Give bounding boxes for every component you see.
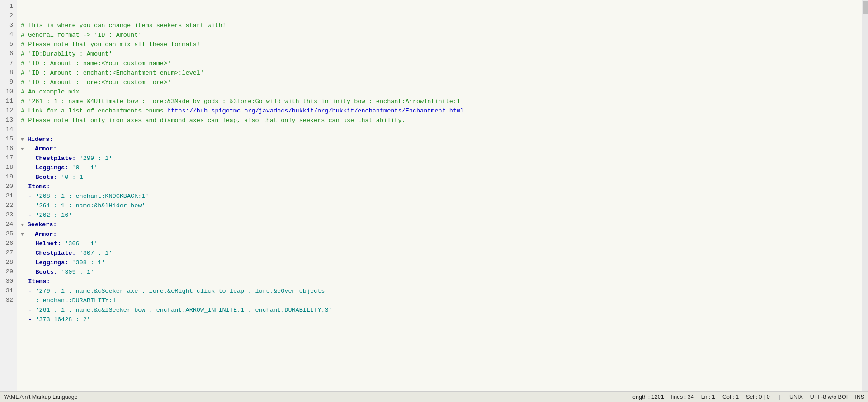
code-line-12 (21, 125, 858, 135)
code-area[interactable]: 1234567891011121314151617181920212223242… (0, 0, 868, 391)
sep1: | (779, 394, 780, 400)
line-number-21: 21 (3, 192, 13, 201)
line-number-26: 26 (3, 239, 13, 248)
code-segment: '279 : 1 : name:&cSeeker axe : lore:&eRi… (35, 288, 325, 294)
line-number-23: 23 (3, 210, 13, 220)
code-line-6: # 'ID : Amount : enchant:<Enchantment en… (21, 68, 858, 78)
code-line-9: # '261 : 1 : name:&4Ultimate bow : lore:… (21, 97, 858, 106)
line-number-22: 22 (3, 201, 13, 210)
code-segment: '309 : 1' (61, 269, 94, 276)
code-line-22: ▼ Seekers: (21, 220, 858, 229)
code-segment: Chestplate: (21, 250, 80, 257)
code-line-19: - '268 : 1 : enchant:KNOCKBACK:1' (21, 192, 858, 201)
code-segment: # 'ID : Amount : name:<Your custom name>… (21, 60, 171, 67)
code-line-17: Boots: '0 : 1' (21, 173, 858, 182)
code-segment: # 'ID : Amount : lore:<Your custom lore>… (21, 79, 171, 86)
code-line-4: # 'ID:Durablity : Amount' (21, 49, 858, 59)
line-numbers: 1234567891011121314151617181920212223242… (0, 0, 17, 391)
eol-display: UNIX (789, 394, 803, 400)
line-number-13: 13 (3, 116, 13, 125)
code-segment: - (21, 316, 35, 323)
line-number-12: 12 (3, 106, 13, 116)
line-number-18: 18 (3, 163, 13, 173)
code-segment: - (21, 193, 35, 200)
fold-icon[interactable]: ▼ (21, 137, 24, 142)
code-line-8: # An example mix (21, 87, 858, 97)
code-line-32: - '373:16428 : 2' (21, 315, 858, 324)
code-segment: # 'ID:Durablity : Amount' (21, 51, 113, 57)
code-line-10: # Link for a list of enchantments enums … (21, 106, 858, 116)
code-line-7: # 'ID : Amount : lore:<Your custom lore>… (21, 78, 858, 87)
code-segment: '0 : 1' (61, 174, 87, 181)
code-segment: # An example mix (21, 89, 80, 95)
line-number-19: 19 (3, 173, 13, 182)
line-number-25: 25 (3, 229, 13, 239)
code-line-15: Chestplate: '299 : 1' (21, 154, 858, 163)
status-bar: YAML Ain't Markup Language length : 1201… (0, 391, 868, 402)
line-number-2: 2 (3, 11, 13, 21)
code-line-25: Chestplate: '307 : 1' (21, 248, 858, 258)
code-segment: Armor: (28, 145, 57, 152)
code-line-30: : enchant:DURABILITY:1' (21, 296, 858, 305)
code-segment: Leggings: (21, 259, 72, 266)
line-number-20: 20 (3, 182, 13, 192)
code-segment: Boots: (21, 269, 61, 276)
line-number-4: 4 (3, 30, 13, 40)
col-display: Col : 1 (722, 394, 739, 400)
code-segment: # This is where you can change items see… (21, 22, 226, 29)
fold-icon[interactable]: ▼ (21, 232, 24, 237)
line-number-1: 1 (3, 2, 13, 11)
code-line-28: Items: (21, 277, 858, 286)
language-label: YAML Ain't Markup Language (4, 394, 78, 400)
line-number-29: 29 (3, 267, 13, 277)
code-content[interactable]: # This is where you can change items see… (17, 0, 862, 391)
code-line-14: ▼ Armor: (21, 144, 858, 154)
code-segment: '0 : 1' (72, 164, 98, 171)
line-number-27: 27 (3, 248, 13, 258)
code-segment: Boots: (21, 174, 61, 181)
code-segment: https://hub.spigotmc.org/javadocs/bukkit… (167, 108, 464, 114)
code-segment: '261 : 1 : name:&c&lSeeker bow : enchant… (35, 307, 332, 313)
code-line-27: Boots: '309 : 1' (21, 267, 858, 277)
code-line-1: # This is where you can change items see… (21, 21, 858, 30)
fold-icon[interactable]: ▼ (21, 146, 24, 152)
code-line-2: # General format -> 'ID : Amount' (21, 30, 858, 40)
code-line-21: - '262 : 16' (21, 210, 858, 220)
line-number-7: 7 (3, 59, 13, 68)
code-line-13: ▼ Hiders: (21, 135, 858, 144)
code-segment: Items: (21, 183, 50, 190)
line-number-24: 24 (3, 220, 13, 229)
code-line-20: - '261 : 1 : name:&b&lHider bow' (21, 201, 858, 210)
code-segment: Helmet: (21, 240, 65, 247)
line-number-6: 6 (3, 49, 13, 59)
code-segment: '373:16428 : 2' (35, 316, 90, 323)
line-number-17: 17 (3, 154, 13, 163)
scrollbar-track[interactable] (862, 0, 868, 391)
code-segment: Chestplate: (21, 155, 80, 162)
fold-icon[interactable]: ▼ (21, 222, 24, 228)
code-segment: Armor: (28, 231, 57, 238)
code-segment: Items: (21, 278, 50, 285)
code-segment: : enchant:DURABILITY:1' (21, 297, 120, 304)
code-segment: - (21, 212, 35, 219)
ln-display: Ln : 1 (701, 394, 715, 400)
code-segment: '268 : 1 : enchant:KNOCKBACK:1' (35, 193, 149, 200)
code-line-18: Items: (21, 182, 858, 192)
encoding-display: UTF-8 w/o BOI (810, 394, 848, 400)
length-display: length : 1201 (631, 394, 664, 400)
code-line-11: # Please note that only iron axes and di… (21, 116, 858, 125)
code-line-24: Helmet: '306 : 1' (21, 239, 858, 248)
code-segment: '306 : 1' (65, 240, 98, 247)
code-segment: '308 : 1' (72, 259, 105, 266)
status-left: YAML Ain't Markup Language (4, 394, 631, 400)
line-number-15: 15 (3, 135, 13, 144)
line-number-8: 8 (3, 68, 13, 78)
code-segment: # Please note that you can mix all these… (21, 41, 200, 48)
line-number-31: 31 (3, 286, 13, 296)
code-segment: # 'ID : Amount : enchant:<Enchantment en… (21, 70, 204, 76)
code-segment: '262 : 16' (35, 212, 72, 219)
editor-container: 1234567891011121314151617181920212223242… (0, 0, 868, 402)
ins-display: INS (855, 394, 864, 400)
scrollbar-thumb[interactable] (863, 1, 868, 14)
line-number-14: 14 (3, 125, 13, 135)
